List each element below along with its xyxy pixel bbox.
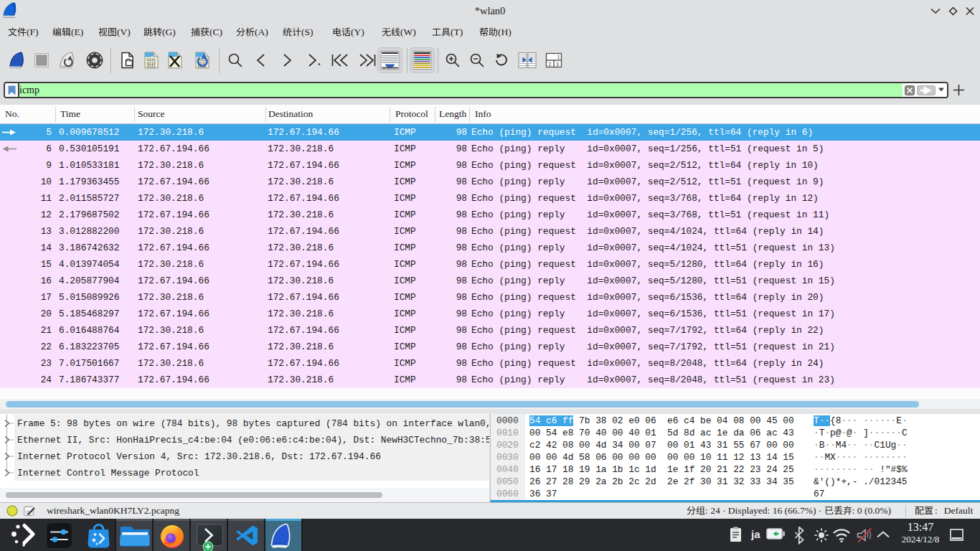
svg-text:1: 1	[557, 55, 560, 60]
svg-text:2: 2	[549, 62, 552, 67]
svg-text:3: 3	[556, 62, 559, 67]
svg-text:0111: 0111	[147, 65, 156, 69]
